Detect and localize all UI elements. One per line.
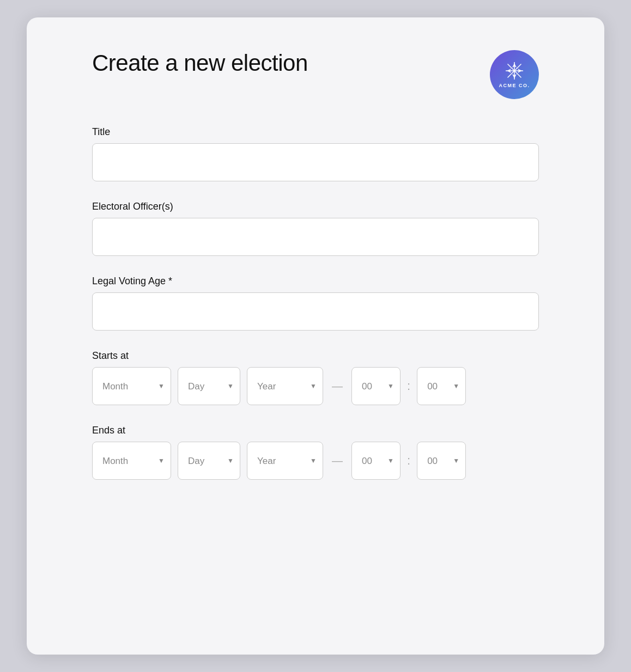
ends-year-select[interactable]: Year 2024 2025 2026	[247, 442, 323, 480]
ends-day-wrapper: Day 123 456 789 101112 131415 161718 192…	[178, 442, 240, 480]
starts-month-select[interactable]: Month January February March April May J…	[92, 367, 171, 405]
starts-date-time-separator: —	[331, 380, 344, 393]
starts-year-wrapper: Year 2024 2025 2026 ▼	[247, 367, 323, 405]
starts-at-row: Month January February March April May J…	[92, 367, 539, 405]
starts-time-colon: :	[407, 379, 410, 393]
ends-minute-wrapper: 00 051015 202530 354045 5055 ▼	[417, 442, 466, 480]
starts-day-wrapper: Day 123 456 789 101112 131415 161718 192…	[178, 367, 240, 405]
ends-day-select[interactable]: Day 123 456 789 101112 131415 161718 192…	[178, 442, 240, 480]
logo-label: ACME CO.	[499, 83, 530, 88]
starts-minute-wrapper: 00 051015 202530 354045 5055 ▼	[417, 367, 466, 405]
main-card: Create a new election ACME CO. Title Ele…	[27, 17, 604, 655]
ends-hour-wrapper: 00 010203 040506 070809 101112 131415 16…	[351, 442, 401, 480]
starts-minute-select[interactable]: 00 051015 202530 354045 5055	[417, 367, 466, 405]
logo-icon	[505, 61, 524, 81]
ends-month-select[interactable]: Month January February March April May J…	[92, 442, 171, 480]
title-input[interactable]	[92, 143, 539, 181]
officers-input[interactable]	[92, 218, 539, 256]
logo: ACME CO.	[490, 50, 539, 99]
starts-month-wrapper: Month January February March April May J…	[92, 367, 171, 405]
voting-age-label: Legal Voting Age *	[92, 276, 539, 287]
ends-at-group: Ends at Month January February March Apr…	[92, 425, 539, 480]
officers-label: Electoral Officer(s)	[92, 201, 539, 212]
starts-at-label: Starts at	[92, 350, 539, 362]
ends-date-time-separator: —	[331, 455, 344, 467]
ends-year-wrapper: Year 2024 2025 2026 ▼	[247, 442, 323, 480]
starts-hour-wrapper: 00 010203 040506 070809 101112 131415 16…	[351, 367, 401, 405]
starts-day-select[interactable]: Day 123 456 789 101112 131415 161718 192…	[178, 367, 240, 405]
ends-time-colon: :	[407, 454, 410, 468]
starts-year-select[interactable]: Year 2024 2025 2026	[247, 367, 323, 405]
ends-at-label: Ends at	[92, 425, 539, 436]
ends-month-wrapper: Month January February March April May J…	[92, 442, 171, 480]
officers-field-group: Electoral Officer(s)	[92, 201, 539, 256]
starts-at-group: Starts at Month January February March A…	[92, 350, 539, 405]
voting-age-input[interactable]	[92, 292, 539, 331]
title-label: Title	[92, 126, 539, 138]
voting-age-field-group: Legal Voting Age *	[92, 276, 539, 331]
ends-at-row: Month January February March April May J…	[92, 442, 539, 480]
starts-hour-select[interactable]: 00 010203 040506 070809 101112 131415 16…	[351, 367, 401, 405]
page-header: Create a new election ACME CO.	[92, 50, 539, 99]
title-field-group: Title	[92, 126, 539, 181]
ends-hour-select[interactable]: 00 010203 040506 070809 101112 131415 16…	[351, 442, 401, 480]
page-title: Create a new election	[92, 50, 308, 76]
ends-minute-select[interactable]: 00 051015 202530 354045 5055	[417, 442, 466, 480]
